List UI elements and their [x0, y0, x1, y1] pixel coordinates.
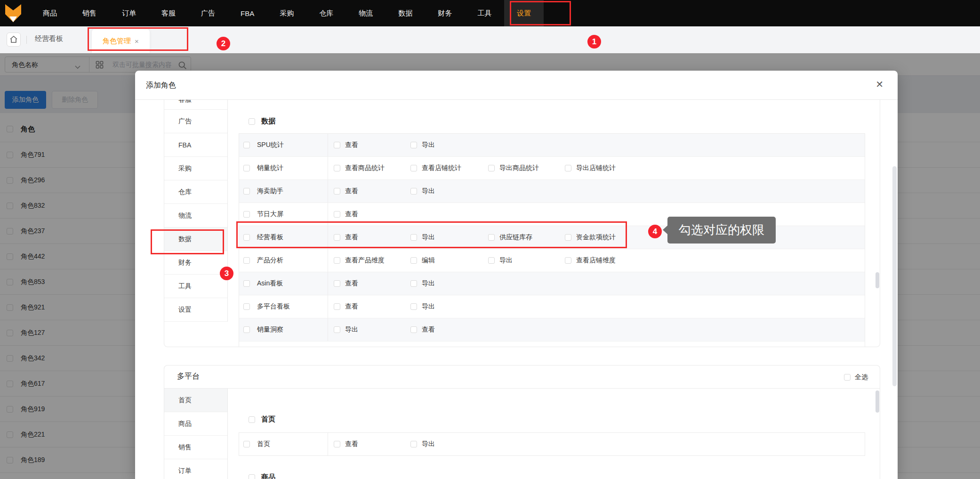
permission-checkbox[interactable] — [243, 326, 250, 333]
permission-option-查看产品维度: 查看产品维度 — [334, 249, 385, 272]
select-all-checkbox[interactable] — [844, 374, 851, 381]
sidebar-item-工具[interactable]: 工具 — [164, 275, 227, 298]
option-label: 导出 — [422, 440, 435, 448]
sidebar-item-label: 设置 — [178, 306, 192, 314]
sidebar-item-广告[interactable]: 广告 — [164, 110, 227, 133]
nav-item-物流[interactable]: 物流 — [346, 0, 386, 26]
permission-checkbox[interactable] — [243, 257, 250, 264]
option-checkbox[interactable] — [410, 142, 417, 148]
permission-name: 多平台看板 — [257, 302, 290, 311]
option-checkbox[interactable] — [410, 257, 417, 264]
permission-checkbox[interactable] — [243, 211, 250, 218]
option-checkbox[interactable] — [410, 441, 417, 447]
permission-option-导出: 导出 — [334, 318, 358, 341]
option-checkbox[interactable] — [488, 257, 495, 264]
option-label: 查看产品维度 — [345, 256, 385, 265]
annotation-step-3: 3 — [220, 267, 233, 280]
option-checkbox[interactable] — [410, 188, 417, 195]
annotation-box-sidebar-data — [151, 229, 224, 254]
tooltip-arrow — [663, 225, 668, 235]
permission-label-cell: 多平台看板 — [239, 295, 328, 318]
permission-checkbox[interactable] — [243, 441, 250, 447]
option-checkbox[interactable] — [334, 165, 340, 171]
sidebar-item-设置[interactable]: 设置 — [164, 298, 227, 322]
permission-name: SPU统计 — [257, 141, 284, 149]
modal-header: 添加角色 ✕ — [135, 71, 898, 100]
permission-checkbox[interactable] — [243, 303, 250, 310]
option-checkbox[interactable] — [334, 188, 340, 195]
annotation-step-2: 2 — [217, 37, 230, 50]
option-label: 导出 — [499, 256, 513, 265]
permission-label-cell: 首页 — [239, 433, 328, 455]
module-sidebar: 首页商品销售订单 — [164, 389, 228, 479]
permission-section-multiplatform: 多平台 全选 首页商品销售订单 首页 首页查看导出 商品 — [164, 365, 880, 479]
option-checkbox[interactable] — [334, 211, 340, 218]
option-checkbox[interactable] — [334, 303, 340, 310]
nav-item-FBA[interactable]: FBA — [228, 0, 267, 26]
permission-option-导出: 导出 — [410, 272, 435, 295]
permission-name: Asin看板 — [257, 279, 283, 288]
nav-item-客服[interactable]: 客服 — [149, 0, 188, 26]
option-label: 查看店铺统计 — [422, 164, 461, 172]
option-checkbox[interactable] — [410, 326, 417, 333]
option-checkbox[interactable] — [565, 165, 571, 171]
nav-item-仓库[interactable]: 仓库 — [306, 0, 346, 26]
select-all-control[interactable]: 全选 — [844, 373, 868, 382]
sidebar-item-首页[interactable]: 首页 — [164, 389, 227, 412]
sidebar-item-采购[interactable]: 采购 — [164, 157, 227, 180]
permission-option-导出店铺统计: 导出店铺统计 — [565, 157, 616, 179]
sidebar-item-销售[interactable]: 销售 — [164, 436, 227, 459]
group-checkbox[interactable] — [249, 118, 255, 125]
nav-item-工具[interactable]: 工具 — [465, 0, 504, 26]
nav-item-广告[interactable]: 广告 — [188, 0, 228, 26]
sidebar-item-label: 工具 — [178, 282, 192, 291]
nav-item-商品[interactable]: 商品 — [30, 0, 70, 26]
sidebar-item-label: FBA — [178, 141, 191, 149]
option-checkbox[interactable] — [334, 441, 340, 447]
group-checkbox[interactable] — [249, 416, 255, 423]
tab-dashboard[interactable]: 经营看板 — [35, 34, 63, 43]
sidebar-item-订单[interactable]: 订单 — [164, 459, 227, 479]
nav-item-采购[interactable]: 采购 — [267, 0, 306, 26]
permission-option-查看: 查看 — [334, 180, 358, 203]
sidebar-item-财务[interactable]: 财务 — [164, 251, 227, 275]
permission-checkbox[interactable] — [243, 165, 250, 171]
modal-scrollbar[interactable] — [892, 166, 897, 386]
option-label: 导出 — [345, 325, 358, 334]
home-icon[interactable] — [7, 32, 21, 47]
option-checkbox[interactable] — [488, 165, 495, 171]
nav-item-数据[interactable]: 数据 — [386, 0, 425, 26]
sidebar-item-商品[interactable]: 商品 — [164, 412, 227, 436]
permission-checkbox[interactable] — [243, 280, 250, 287]
annotation-box-settings — [510, 1, 571, 25]
sidebar-item-FBA[interactable]: FBA — [164, 133, 227, 157]
section-scrollbar[interactable] — [876, 272, 879, 288]
nav-item-销售[interactable]: 销售 — [70, 0, 109, 26]
nav-item-财务[interactable]: 财务 — [425, 0, 465, 26]
sidebar-item-仓库[interactable]: 仓库 — [164, 180, 227, 204]
permission-checkbox[interactable] — [243, 142, 250, 148]
close-icon[interactable]: ✕ — [876, 80, 884, 89]
option-checkbox[interactable] — [565, 257, 571, 264]
app-logo-icon[interactable] — [5, 4, 22, 24]
group-checkbox[interactable] — [249, 474, 255, 479]
option-checkbox[interactable] — [334, 326, 340, 333]
option-checkbox[interactable] — [334, 280, 340, 287]
option-label: 编辑 — [422, 256, 435, 265]
nav-item-订单[interactable]: 订单 — [109, 0, 149, 26]
option-checkbox[interactable] — [410, 280, 417, 287]
option-checkbox[interactable] — [410, 165, 417, 171]
permission-label-cell: 销量洞察 — [239, 318, 328, 341]
sidebar-item-客服[interactable]: 客服 — [164, 100, 227, 110]
sidebar-item-label: 订单 — [178, 467, 192, 475]
option-checkbox[interactable] — [334, 142, 340, 148]
annotation-tooltip: 勾选对应的权限 — [667, 217, 776, 244]
sidebar-item-label: 财务 — [178, 259, 192, 267]
sidebar-item-物流[interactable]: 物流 — [164, 204, 227, 227]
option-checkbox[interactable] — [334, 257, 340, 264]
option-checkbox[interactable] — [410, 303, 417, 310]
sidebar-item-label: 广告 — [178, 117, 192, 126]
option-label: 导出 — [422, 141, 435, 149]
section-scrollbar[interactable] — [876, 390, 879, 413]
permission-checkbox[interactable] — [243, 188, 250, 195]
